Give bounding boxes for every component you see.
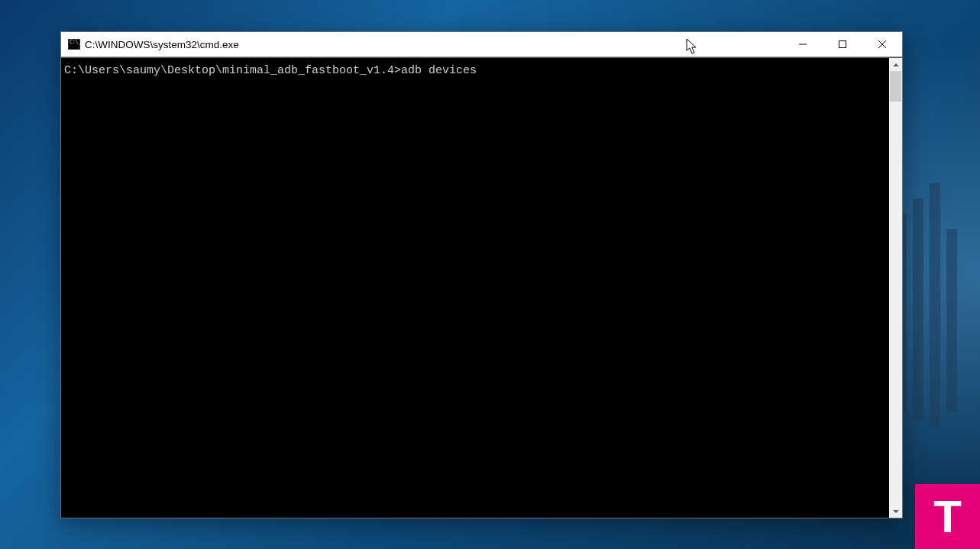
maximize-button[interactable]: [823, 32, 862, 57]
scroll-track[interactable]: [889, 71, 902, 505]
cmd-window: C:\WINDOWS\system32\cmd.exe C:\Users\sau…: [60, 31, 903, 518]
desktop-window-decoration: [896, 183, 957, 428]
close-button[interactable]: [862, 32, 902, 57]
scroll-up-arrow-icon[interactable]: [889, 58, 902, 71]
svg-marker-4: [893, 63, 899, 66]
window-controls: [783, 32, 902, 57]
svg-marker-5: [893, 510, 899, 513]
svg-rect-1: [839, 41, 846, 48]
terminal-output[interactable]: C:\Users\saumy\Desktop\minimal_adb_fastb…: [61, 58, 889, 518]
watermark-letter: T: [933, 490, 962, 543]
prompt-path: C:\Users\saumy\Desktop\minimal_adb_fastb…: [64, 64, 401, 77]
command-text: adb devices: [401, 64, 477, 77]
vertical-scrollbar[interactable]: [889, 58, 902, 518]
watermark-badge: T: [915, 484, 980, 549]
terminal-area: C:\Users\saumy\Desktop\minimal_adb_fastb…: [61, 57, 902, 518]
cmd-icon: [68, 39, 80, 50]
minimize-button[interactable]: [783, 32, 823, 57]
window-title: C:\WINDOWS\system32\cmd.exe: [85, 39, 783, 50]
titlebar[interactable]: C:\WINDOWS\system32\cmd.exe: [61, 32, 902, 57]
scroll-thumb[interactable]: [890, 71, 901, 102]
scroll-down-arrow-icon[interactable]: [889, 505, 902, 518]
